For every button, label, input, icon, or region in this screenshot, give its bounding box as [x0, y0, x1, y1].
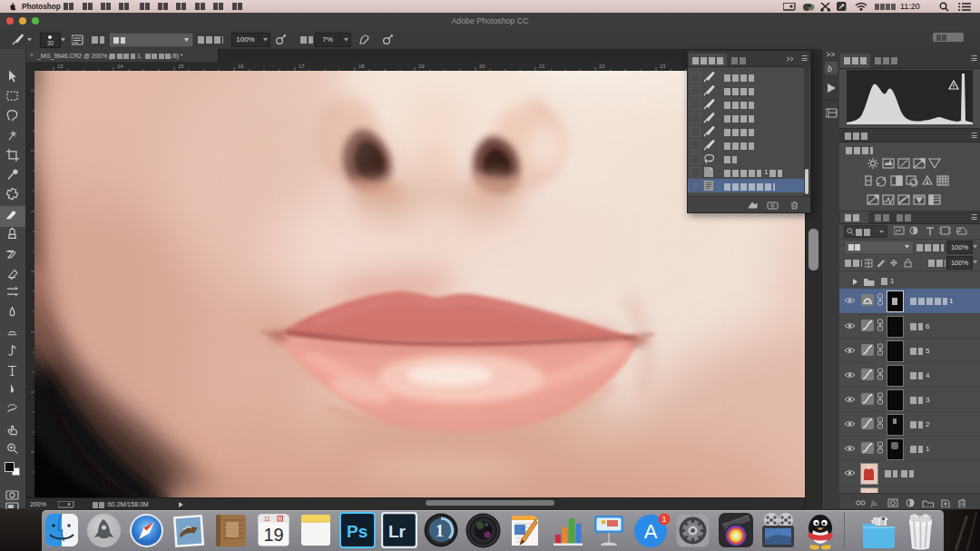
svg-text:13: 13	[57, 64, 64, 69]
svg-text:fx.: fx.	[871, 499, 878, 507]
svg-text:1: 1	[436, 522, 444, 540]
svg-text:19: 19	[418, 64, 425, 69]
svg-text:15: 15	[178, 64, 184, 69]
svg-text:21: 21	[539, 64, 545, 69]
svg-text:Ps: Ps	[347, 522, 368, 541]
svg-text:19: 19	[263, 525, 283, 545]
svg-text:20: 20	[479, 64, 485, 69]
svg-text:11: 11	[264, 516, 270, 522]
svg-text:Lr: Lr	[388, 522, 407, 541]
svg-text:14: 14	[117, 64, 123, 69]
svg-text:b: b	[828, 64, 832, 74]
svg-text:23: 23	[660, 64, 666, 69]
svg-text:17: 17	[299, 64, 305, 69]
svg-text:16: 16	[238, 64, 244, 69]
svg-text:18: 18	[358, 64, 365, 69]
svg-text:1: 1	[662, 515, 666, 524]
svg-text:A: A	[644, 520, 658, 543]
svg-text:22: 22	[599, 64, 605, 69]
